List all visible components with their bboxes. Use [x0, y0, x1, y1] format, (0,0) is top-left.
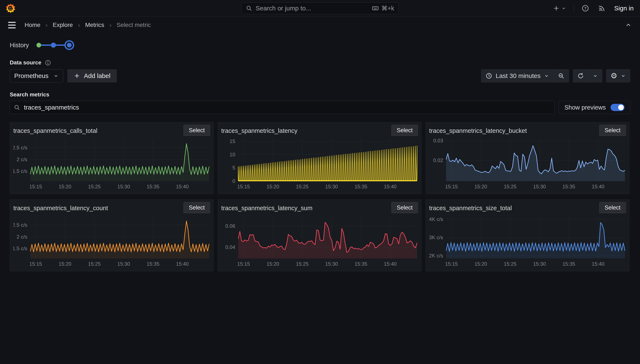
svg-text:15:30: 15:30: [118, 184, 130, 190]
time-range-picker[interactable]: Last 30 minutes: [481, 70, 553, 82]
svg-text:15:30: 15:30: [325, 261, 338, 267]
info-icon[interactable]: [45, 60, 51, 66]
svg-text:15:35: 15:35: [562, 184, 575, 190]
metric-panel: traces_spanmetrics_latency_count Select …: [10, 199, 214, 272]
show-previews-toggle[interactable]: [610, 104, 624, 111]
grafana-logo[interactable]: [6, 3, 16, 13]
global-search-input[interactable]: Search or jump to... ⌘+k: [242, 2, 398, 14]
svg-text:0: 0: [232, 178, 235, 184]
breadcrumb-separator: ›: [78, 22, 80, 28]
breadcrumb-explore[interactable]: Explore: [53, 22, 73, 28]
svg-text:4K c/s: 4K c/s: [429, 216, 443, 222]
svg-text:15:40: 15:40: [592, 184, 604, 190]
chevron-down-icon: [621, 73, 626, 78]
chevron-down-icon: [53, 73, 59, 78]
history-timeline[interactable]: [36, 40, 74, 50]
breadcrumb-select-metric: Select metric: [116, 22, 151, 28]
metric-preview-chart[interactable]: 2K c/s3K c/s4K c/s15:1515:2015:2515:3015…: [429, 214, 626, 268]
breadcrumb-home[interactable]: Home: [24, 22, 40, 28]
sign-in-link[interactable]: Sign in: [613, 4, 634, 13]
metric-panel: traces_spanmetrics_calls_total Select 1.…: [10, 122, 214, 194]
svg-text:15:40: 15:40: [176, 261, 188, 267]
svg-text:3K c/s: 3K c/s: [429, 234, 443, 240]
svg-text:0.03: 0.03: [433, 138, 443, 144]
add-label-button[interactable]: Add label: [68, 69, 117, 82]
svg-text:15:40: 15:40: [176, 184, 188, 190]
metric-preview-chart[interactable]: 0.040.0615:1515:2015:2515:3015:3515:40: [221, 214, 418, 268]
svg-text:15: 15: [230, 138, 235, 144]
svg-text:15:20: 15:20: [59, 184, 72, 190]
svg-text:15:40: 15:40: [592, 261, 604, 267]
breadcrumb-metrics[interactable]: Metrics: [85, 22, 104, 28]
metric-preview-chart[interactable]: 05101515:1515:2015:2515:3015:3515:40: [221, 137, 418, 190]
data-source-picker[interactable]: Prometheus: [10, 69, 63, 82]
search-metrics-value: traces_spanmetrics: [24, 104, 79, 111]
panel-select-button[interactable]: Select: [392, 125, 418, 136]
breadcrumb: Home › Explore › Metrics › Select metric: [24, 22, 151, 28]
svg-text:?: ?: [584, 6, 586, 10]
svg-text:15:30: 15:30: [325, 184, 338, 190]
show-previews-control: Show previews: [558, 101, 630, 114]
breadcrumb-separator: ›: [109, 22, 112, 28]
svg-text:15:30: 15:30: [118, 261, 130, 267]
chevron-down-icon: [593, 73, 598, 78]
settings-button[interactable]: ⚙: [606, 70, 630, 82]
panel-title: traces_spanmetrics_size_total: [429, 202, 512, 212]
metric-preview-chart[interactable]: 0.020.0315:1515:2015:2515:3015:3515:40: [429, 137, 626, 190]
svg-text:0.06: 0.06: [225, 223, 235, 229]
zoom-out-button[interactable]: [553, 70, 569, 82]
panel-title: traces_spanmetrics_latency_bucket: [429, 125, 527, 134]
history-step-dot[interactable]: [51, 42, 56, 48]
svg-text:5: 5: [232, 165, 235, 170]
svg-text:2.5 c/s: 2.5 c/s: [13, 222, 27, 228]
search-metrics-input[interactable]: traces_spanmetrics: [10, 101, 554, 114]
svg-text:15:35: 15:35: [147, 261, 159, 267]
panel-select-button[interactable]: Select: [599, 125, 626, 136]
svg-text:15:25: 15:25: [504, 184, 516, 190]
metric-panel: traces_spanmetrics_latency_bucket Select…: [426, 122, 630, 194]
metric-panel: traces_spanmetrics_latency Select 051015…: [218, 122, 422, 194]
search-metrics-label: Search metrics: [10, 91, 630, 98]
panel-title: traces_spanmetrics_latency: [221, 125, 297, 134]
svg-text:15:25: 15:25: [88, 261, 101, 267]
svg-text:15:20: 15:20: [266, 184, 279, 190]
svg-text:2 c/s: 2 c/s: [16, 234, 27, 240]
history-current-step-dot[interactable]: [64, 40, 74, 50]
svg-text:15:35: 15:35: [562, 261, 575, 267]
clock-icon: [486, 72, 492, 79]
svg-text:0.02: 0.02: [433, 158, 443, 163]
panel-select-button[interactable]: Select: [184, 202, 210, 213]
panel-title: traces_spanmetrics_calls_total: [13, 125, 98, 134]
history-label: History: [10, 42, 29, 49]
add-label-text: Add label: [84, 72, 110, 80]
panel-select-button[interactable]: Select: [599, 202, 626, 213]
plus-icon: [74, 73, 80, 79]
svg-text:15:15: 15:15: [237, 184, 250, 190]
svg-text:15:20: 15:20: [59, 261, 72, 267]
collapse-toolbar-button[interactable]: [623, 20, 634, 30]
chevron-down-icon: [562, 6, 566, 10]
refresh-interval-picker[interactable]: [588, 70, 602, 82]
svg-text:2 c/s: 2 c/s: [16, 156, 27, 162]
metric-preview-chart[interactable]: 1.5 c/s2 c/s2.5 c/s15:1515:2015:2515:301…: [13, 214, 210, 268]
menu-toggle-button[interactable]: [6, 20, 18, 30]
svg-text:15:15: 15:15: [29, 184, 42, 190]
metric-preview-chart[interactable]: 1.5 c/s2 c/s2.5 c/s15:1515:2015:2515:301…: [13, 137, 210, 190]
svg-text:10: 10: [230, 152, 235, 158]
panel-title: traces_spanmetrics_latency_sum: [221, 202, 312, 212]
svg-text:15:35: 15:35: [147, 184, 159, 190]
panel-select-button[interactable]: Select: [184, 125, 210, 136]
new-menu-button[interactable]: [552, 4, 567, 13]
keyboard-icon: [372, 5, 379, 12]
help-icon: ?: [582, 4, 589, 12]
search-icon: [246, 5, 252, 12]
news-button[interactable]: [597, 3, 607, 13]
refresh-button[interactable]: [573, 70, 588, 82]
panel-select-button[interactable]: Select: [392, 202, 418, 213]
history-step-start-dot[interactable]: [36, 43, 41, 48]
metric-panels-grid: traces_spanmetrics_calls_total Select 1.…: [10, 122, 630, 272]
svg-text:1.5 c/s: 1.5 c/s: [13, 168, 27, 174]
help-button[interactable]: ?: [580, 3, 590, 13]
svg-text:15:15: 15:15: [445, 184, 458, 190]
time-range-label: Last 30 minutes: [496, 72, 540, 80]
